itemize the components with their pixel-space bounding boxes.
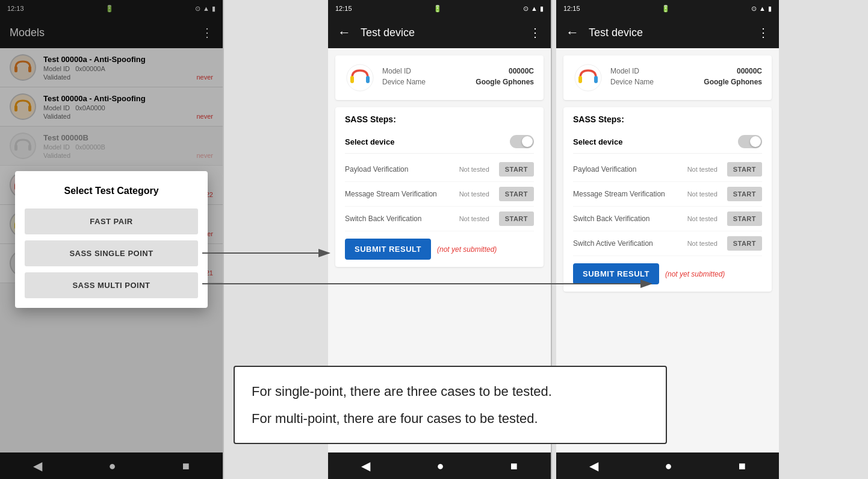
select-device-toggle-2[interactable] [510, 135, 534, 148]
start-button[interactable]: START [727, 211, 762, 226]
sass-multi-point-button[interactable]: SASS MULTI POINT [25, 272, 198, 298]
screen-2: 12:15 🔋 ⊙ ▲ ▮ ← Test device ⋮ [328, 0, 551, 479]
submit-area-2: SUBMIT RESULT (not yet submitted) [345, 231, 534, 260]
select-category-dialog: Select Test Category FAST PAIR SASS SING… [15, 171, 208, 308]
device-logo-2 [345, 63, 375, 93]
remaining-space [779, 0, 868, 479]
sass-section-3: SASS Steps: Select device Payload Verifi… [563, 107, 772, 292]
battery-icon-3: ▮ [768, 5, 772, 13]
device-name-value-3: Google Gphones [704, 78, 762, 86]
device-card-2: Model ID 00000C Device Name Google Gphon… [335, 55, 544, 100]
device-name-value-2: Google Gphones [476, 78, 534, 86]
dialog-overlay: Select Test Category FAST PAIR SASS SING… [0, 0, 223, 479]
status-icons-2: ⊙ ▲ ▮ [523, 5, 544, 13]
bottom-nav-3: ◀ ● ■ [556, 452, 779, 479]
back-icon-2[interactable]: ← [338, 25, 351, 40]
device-name-row-2: Device Name Google Gphones [382, 78, 534, 86]
test-status: Not tested [459, 215, 495, 222]
more-icon-3[interactable]: ⋮ [757, 25, 769, 40]
start-button[interactable]: START [499, 162, 534, 177]
svg-rect-20 [350, 76, 354, 83]
test-status: Not tested [687, 215, 724, 222]
status-bar-3: 12:15 🔋 ⊙ ▲ ▮ [556, 0, 779, 17]
app-bar-2: ← Test device ⋮ [328, 17, 551, 48]
sass-title-2: SASS Steps: [345, 114, 534, 124]
status-time-3: 12:15 [563, 5, 580, 12]
test-status: Not tested [687, 190, 724, 198]
test-device-content-3: Model ID 00000C Device Name Google Gphon… [556, 48, 779, 452]
start-button[interactable]: START [499, 187, 534, 201]
test-name: Switch Active Verification [573, 239, 684, 248]
not-submitted-label-3: (not yet submitted) [665, 270, 725, 278]
start-button[interactable]: START [727, 162, 762, 177]
svg-rect-21 [366, 76, 370, 83]
sass-single-point-button[interactable]: SASS SINGLE POINT [25, 240, 198, 266]
test-device-title-3: Test device [589, 27, 748, 39]
back-icon-3[interactable]: ← [566, 25, 579, 40]
test-status: Not tested [687, 166, 724, 173]
back-nav-icon-3[interactable]: ◀ [589, 459, 598, 473]
screen-3: 12:15 🔋 ⊙ ▲ ▮ ← Test device ⋮ [556, 0, 779, 479]
start-button[interactable]: START [727, 187, 762, 201]
signal-icon-3: ⊙ [751, 5, 757, 13]
bottom-nav-2: ◀ ● ■ [328, 452, 551, 479]
device-info-3: Model ID 00000C Device Name Google Gphon… [610, 67, 762, 89]
model-id-label-3: Model ID [610, 67, 639, 75]
wifi-icon-2: ▲ [531, 5, 538, 12]
app-bar-3: ← Test device ⋮ [556, 17, 779, 48]
status-icon-s2: 🔋 [433, 5, 442, 13]
submit-result-button-3[interactable]: SUBMIT RESULT [573, 263, 659, 284]
svg-rect-24 [594, 76, 598, 83]
test-row: Payload Verification Not tested START [573, 157, 762, 182]
select-device-label-2: Select device [345, 137, 394, 146]
model-id-value-2: 00000C [509, 67, 534, 75]
home-nav-icon-3[interactable]: ● [665, 459, 672, 473]
sass-title-3: SASS Steps: [573, 114, 762, 124]
select-device-toggle-3[interactable] [738, 135, 762, 148]
test-row: Switch Back Verification Not tested STAR… [345, 207, 534, 231]
device-info-2: Model ID 00000C Device Name Google Gphon… [382, 67, 534, 89]
test-name: Switch Back Verification [573, 214, 684, 223]
signal-icon-2: ⊙ [523, 5, 529, 13]
fast-pair-button[interactable]: FAST PAIR [25, 208, 198, 234]
start-button[interactable]: START [499, 211, 534, 226]
gap-area-2 [552, 0, 556, 479]
device-card-3: Model ID 00000C Device Name Google Gphon… [563, 55, 772, 100]
test-name: Payload Verification [573, 165, 684, 174]
device-name-label-3: Device Name [610, 78, 654, 86]
test-row: Switch Back Verification Not tested STAR… [573, 207, 762, 231]
model-id-row-3: Model ID 00000C [610, 67, 762, 75]
submit-result-button-2[interactable]: SUBMIT RESULT [345, 239, 431, 260]
more-icon-2[interactable]: ⋮ [529, 25, 541, 40]
test-device-title-2: Test device [361, 27, 519, 39]
model-id-row-2: Model ID 00000C [382, 67, 534, 75]
recents-nav-icon-3[interactable]: ■ [739, 459, 746, 473]
status-bar-2: 12:15 🔋 ⊙ ▲ ▮ [328, 0, 551, 17]
battery-icon-2: ▮ [540, 5, 544, 13]
test-name: Message Stream Verification [345, 190, 456, 198]
test-name: Message Stream Verification [573, 190, 684, 198]
screen-1: 12:13 🔋 ⊙ ▲ ▮ Models ⋮ Test 00000a - A [0, 0, 223, 479]
home-nav-icon-2[interactable]: ● [436, 459, 444, 473]
svg-rect-23 [578, 76, 582, 83]
start-button[interactable]: START [727, 236, 762, 251]
model-id-value-3: 00000C [737, 67, 762, 75]
test-status: Not tested [459, 190, 495, 198]
test-device-content-2: Model ID 00000C Device Name Google Gphon… [328, 48, 551, 452]
test-row: Payload Verification Not tested START [345, 157, 534, 182]
toggle-knob-2 [522, 136, 533, 147]
device-logo-3 [573, 63, 603, 93]
status-icons-3: ⊙ ▲ ▮ [751, 5, 772, 13]
test-status: Not tested [687, 240, 724, 247]
device-name-label-2: Device Name [382, 78, 426, 86]
test-name: Payload Verification [345, 165, 456, 174]
not-submitted-label-2: (not yet submitted) [437, 245, 497, 254]
wifi-icon-3: ▲ [759, 5, 766, 12]
status-icon-s3: 🔋 [662, 5, 670, 13]
test-row: Message Stream Verification Not tested S… [573, 182, 762, 207]
submit-area-3: SUBMIT RESULT (not yet submitted) [573, 256, 762, 284]
model-id-label-2: Model ID [382, 67, 411, 75]
back-nav-icon-2[interactable]: ◀ [361, 459, 370, 473]
recents-nav-icon-2[interactable]: ■ [510, 459, 518, 473]
gap-area [224, 0, 328, 479]
